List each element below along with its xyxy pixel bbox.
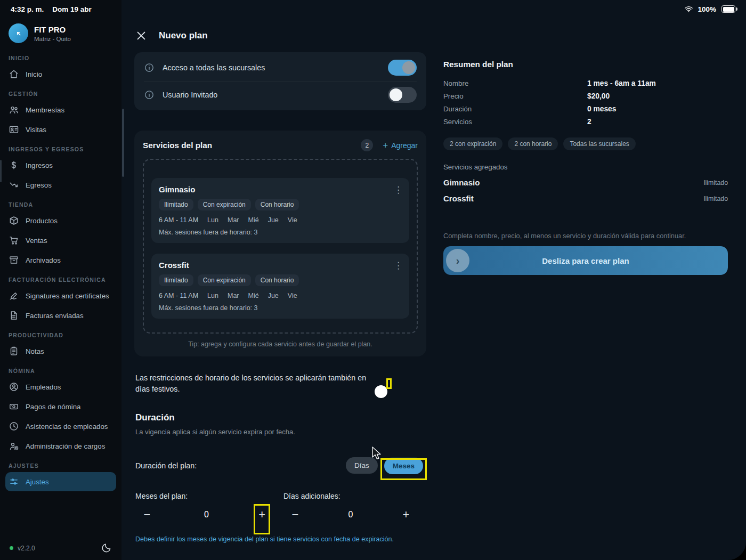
products-icon bbox=[9, 215, 19, 226]
sidebar-scrollbar[interactable] bbox=[0, 160, 2, 182]
sidebar-item-admin-cargos[interactable]: Administración de cargos bbox=[5, 436, 116, 456]
minus-button[interactable]: − bbox=[140, 509, 155, 521]
extra-days-stepper: Días adicionales: − 0 + bbox=[283, 492, 418, 521]
brand-location: Matriz - Quito bbox=[34, 36, 71, 42]
kebab-menu-icon[interactable]: ⋮ bbox=[394, 261, 403, 270]
service-tag: Con expiración bbox=[198, 199, 251, 210]
months-value: 0 bbox=[204, 510, 209, 520]
sidebar-section-title: INICIO bbox=[0, 48, 121, 64]
slide-to-create-button[interactable]: › Desliza para crear plan bbox=[443, 246, 728, 275]
summary-validation-note: Completa nombre, precio, al menos un ser… bbox=[443, 232, 728, 240]
minus-button[interactable]: − bbox=[288, 509, 303, 521]
service-note: Máx. sesiones fuera de horario: 3 bbox=[159, 304, 402, 312]
added-service-row: Crossfit Ilimitado bbox=[443, 194, 728, 203]
sidebar-item-archivados[interactable]: Archivados bbox=[5, 250, 116, 270]
toggle-knob bbox=[390, 88, 402, 101]
access-card: Acceso a todas las sucursales Usuario In… bbox=[134, 52, 426, 110]
info-icon[interactable] bbox=[144, 90, 155, 100]
holiday-restriction-row: Las restricciones de horario de los serv… bbox=[134, 372, 426, 394]
sidebar-item-facturas-enviadas[interactable]: Facturas enviadas bbox=[5, 306, 116, 325]
branch-access-toggle[interactable] bbox=[388, 60, 417, 76]
plus-button[interactable]: + bbox=[399, 509, 413, 521]
service-schedule: 6 AM - 11 AM Lun Mar Mié Jue Vie bbox=[159, 292, 402, 299]
summary-chip: Todas las sucursales bbox=[563, 137, 635, 150]
sidebar-item-signatures[interactable]: Signatures and certificates bbox=[5, 286, 116, 305]
sidebar-item-visitas[interactable]: Visitas bbox=[5, 120, 116, 139]
sidebar-section-title: TIENDA bbox=[0, 195, 121, 210]
summary-row-label: Precio bbox=[443, 92, 587, 100]
sidebar-item-ingresos[interactable]: Ingresos bbox=[5, 156, 116, 175]
branch-access-row: Acceso a todas las sucursales bbox=[144, 54, 417, 81]
sidebar-item-label: Inicio bbox=[26, 70, 42, 78]
sidebar-section-ajustes: AJUSTES Ajustes bbox=[0, 456, 121, 491]
add-service-button[interactable]: + Agregar bbox=[383, 141, 418, 150]
added-service-value: Ilimitado bbox=[703, 195, 728, 202]
dias-option-button[interactable]: Días bbox=[346, 457, 378, 474]
sidebar-item-label: Productos bbox=[26, 217, 58, 225]
sidebar-section-title: GESTIÓN bbox=[0, 84, 121, 100]
service-day: Jue bbox=[268, 216, 279, 224]
service-day: Mié bbox=[248, 216, 259, 224]
visits-icon bbox=[9, 124, 19, 135]
sidebar-item-label: Asistencias de empleados bbox=[26, 423, 108, 431]
sidebar-section-ingresos-egresos: INGRESOS Y EGRESOS Ingresos Egresos bbox=[0, 140, 121, 194]
service-day: Lun bbox=[207, 216, 218, 224]
holiday-restriction-label: Las restricciones de horario de los serv… bbox=[135, 372, 376, 394]
summary-row-label: Nombre bbox=[443, 79, 587, 87]
guest-user-toggle[interactable] bbox=[388, 87, 417, 103]
sidebar-item-asistencias[interactable]: Asistencias de empleados bbox=[5, 417, 116, 436]
guest-user-row: Usuario Invitado bbox=[144, 81, 417, 108]
summary-row-precio: Precio $20,00 bbox=[443, 90, 728, 102]
payroll-icon bbox=[9, 401, 19, 412]
highlight-box: + bbox=[258, 509, 265, 521]
added-service-name: Gimnasio bbox=[443, 178, 480, 187]
employees-icon bbox=[9, 382, 19, 392]
sidebar-footer: v2.2.0 bbox=[0, 542, 121, 554]
services-tip: Tip: agrega y configura cada servicio an… bbox=[143, 340, 418, 348]
service-schedule: 6 AM - 11 AM Lun Mar Mié Jue Vie bbox=[159, 216, 402, 224]
extra-days-value: 0 bbox=[348, 510, 353, 520]
moon-icon[interactable] bbox=[101, 542, 112, 554]
slide-to-create-label: Desliza para crear plan bbox=[542, 256, 629, 265]
status-left: 4:32 p. m. Dom 19 abr bbox=[11, 5, 92, 13]
service-tag: Con horario bbox=[255, 274, 299, 286]
info-icon[interactable] bbox=[144, 62, 155, 73]
sidebar-item-label: Ventas bbox=[26, 237, 47, 245]
summary-chip: 2 con horario bbox=[508, 137, 558, 150]
kebab-menu-icon[interactable]: ⋮ bbox=[394, 185, 403, 194]
meses-option-button[interactable]: Meses bbox=[384, 458, 423, 474]
home-icon bbox=[9, 69, 19, 79]
summary-row-duracion: Duración 0 meses bbox=[443, 102, 728, 115]
service-card-crossfit: Crossfit ⋮ Ilimitado Con expiración Con … bbox=[151, 254, 409, 319]
duration-steppers: Meses del plan: − 0 + Días adicionales: bbox=[135, 492, 426, 521]
slide-handle[interactable]: › bbox=[446, 249, 469, 272]
main-area: Nuevo plan Acceso a todas las sucursales… bbox=[121, 18, 746, 560]
service-name: Gimnasio bbox=[159, 185, 402, 194]
service-day: Vie bbox=[288, 292, 297, 299]
summary-row-value: 0 meses bbox=[587, 105, 728, 113]
sidebar-item-membresias[interactable]: Membresías bbox=[5, 100, 116, 119]
sidebar-section-title: INGRESOS Y EGRESOS bbox=[0, 140, 121, 155]
plus-button[interactable]: + bbox=[258, 508, 265, 521]
sidebar-item-ventas[interactable]: Ventas bbox=[5, 231, 116, 250]
sidebar-item-empleados[interactable]: Empleados bbox=[5, 377, 116, 396]
branch-access-label: Acceso a todas las sucursales bbox=[163, 63, 265, 72]
summary-chip: 2 con expiración bbox=[443, 137, 502, 150]
added-services-title: Servicios agregados bbox=[443, 163, 728, 171]
sidebar-item-label: Ingresos bbox=[26, 161, 53, 169]
summary-row-servicios: Servicios 2 bbox=[443, 115, 728, 128]
sidebar-item-egresos[interactable]: Egresos bbox=[5, 175, 116, 194]
content-scrollbar[interactable] bbox=[122, 109, 124, 177]
sidebar: FIT PRO Matriz - Quito INICIO Inicio GES… bbox=[0, 0, 121, 560]
battery-percent: 100% bbox=[698, 5, 716, 13]
close-icon[interactable] bbox=[135, 30, 147, 42]
sidebar-item-inicio[interactable]: Inicio bbox=[5, 64, 116, 84]
sidebar-section-gestion: GESTIÓN Membresías Visitas bbox=[0, 84, 121, 139]
sidebar-item-label: Pagos de nómina bbox=[26, 403, 81, 411]
sidebar-item-ajustes[interactable]: Ajustes bbox=[5, 472, 116, 491]
sidebar-item-productos[interactable]: Productos bbox=[5, 211, 116, 230]
sidebar-item-notas[interactable]: Notas bbox=[5, 342, 116, 361]
service-tags: Ilimitado Con expiración Con horario bbox=[159, 199, 402, 210]
extra-days-stepper-label: Días adicionales: bbox=[283, 492, 418, 500]
sidebar-item-pagos-nomina[interactable]: Pagos de nómina bbox=[5, 397, 116, 416]
